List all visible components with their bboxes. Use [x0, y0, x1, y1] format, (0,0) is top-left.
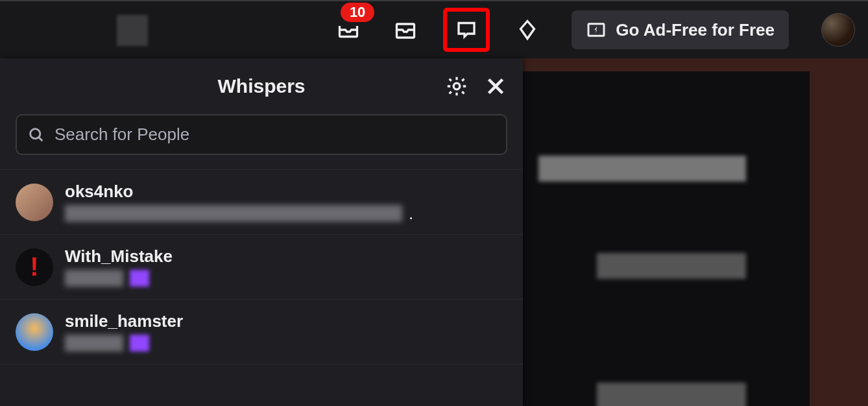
top-bar: 10 Go Ad-Free for Free: [0, 1, 868, 58]
bits-button[interactable]: [508, 12, 547, 48]
conversation-item[interactable]: smile_hamster: [0, 300, 523, 364]
conversation-avatar: !: [16, 248, 53, 286]
whispers-panel: Whispers: [0, 58, 523, 406]
diamond-icon: [516, 18, 539, 42]
close-icon: [484, 75, 507, 98]
conversation-item[interactable]: ! With_Mistake: [0, 235, 523, 300]
inbox-button[interactable]: [386, 12, 425, 48]
obscured-thumbnail: [117, 15, 148, 46]
conversation-avatar: [16, 313, 53, 351]
conversation-username: oks4nko: [65, 182, 507, 202]
conversation-username: smile_hamster: [65, 311, 507, 331]
conversation-username: With_Mistake: [65, 246, 507, 267]
svg-point-2: [453, 83, 460, 90]
ad-free-label: Go Ad-Free for Free: [616, 20, 775, 40]
conversation-preview-obscured: [65, 334, 507, 352]
conversation-preview-obscured: [65, 269, 507, 287]
whispers-button[interactable]: [443, 8, 490, 52]
obscured-block: [538, 156, 746, 182]
lightning-box-icon: [586, 19, 607, 40]
conversation-avatar: [16, 184, 53, 221]
conversation-item[interactable]: oks4nko .: [0, 170, 523, 235]
whispers-title: Whispers: [217, 75, 305, 97]
whispers-settings-button[interactable]: [445, 75, 468, 98]
search-box[interactable]: [16, 114, 507, 155]
obscured-block: [597, 253, 746, 279]
svg-point-3: [30, 128, 40, 138]
conversation-list: oks4nko . ! With_Mistake smile_hamster: [0, 169, 523, 406]
chat-bubble-icon: [455, 18, 478, 42]
notifications-button[interactable]: 10: [329, 12, 368, 48]
notification-badge: 10: [341, 3, 374, 22]
search-icon: [27, 126, 45, 144]
conversation-preview-obscured: .: [65, 204, 507, 222]
ad-free-button[interactable]: Go Ad-Free for Free: [572, 10, 789, 49]
whispers-close-button[interactable]: [484, 75, 507, 98]
inbox-icon: [394, 18, 417, 42]
whispers-header: Whispers: [0, 58, 523, 114]
user-avatar[interactable]: [821, 13, 855, 47]
topbar-actions: 10 Go Ad-Free for Free: [329, 8, 855, 52]
obscured-block: [597, 383, 746, 406]
search-wrap: [0, 114, 523, 169]
search-input[interactable]: [54, 125, 496, 145]
gear-icon: [445, 75, 468, 98]
